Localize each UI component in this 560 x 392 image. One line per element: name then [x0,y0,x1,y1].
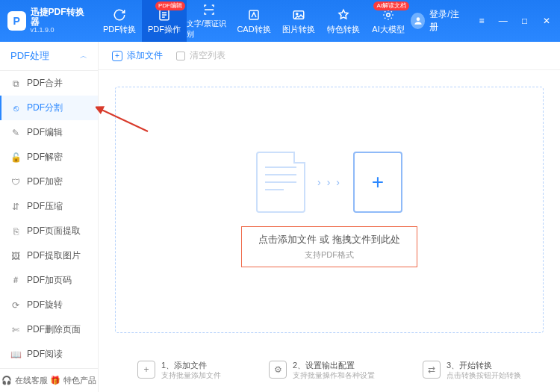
sidebar-item-label: PDF加页码 [27,274,72,287]
trash-icon [176,52,185,60]
content: › › › + 点击添加文件 或 拖拽文件到此处 支持PDF格式 [99,70,560,349]
tab-label: 图片转换 [282,24,315,35]
minimize-button[interactable]: — [494,13,512,29]
tab-image[interactable]: 图片转换 [276,0,321,42]
toolbar: + 添加文件 清空列表 [99,42,560,70]
lock-icon: 🛡 [10,177,21,187]
sidebar-footer: 🎧在线客服 🎁特色产品 [0,368,98,392]
body: PDF处理 ︿ ⧉PDF合并 ⎋PDF分割 ✎PDF编辑 🔓PDF解密 🛡PDF… [0,42,560,392]
step-sub: 支持批量添加文件 [161,370,221,380]
featured-link[interactable]: 🎁特色产品 [49,369,99,392]
sidebar-item-page-number[interactable]: ＃PDF加页码 [0,268,98,293]
chevron-up-icon: ︿ [80,51,87,61]
window-controls: 登录/注册 ≡ — □ ✕ [411,8,560,34]
sidebar-item-label: PDF删除页面 [27,323,81,336]
tab-label: PDF操作 [148,24,181,35]
sidebar: PDF处理 ︿ ⧉PDF合并 ⎋PDF分割 ✎PDF编辑 🔓PDF解密 🛡PDF… [0,42,99,392]
sidebar-item-rotate[interactable]: ⟳PDF旋转 [0,293,98,317]
tab-label: 文字/票证识别 [187,19,231,40]
app-version: v1.1.9.0 [31,27,90,34]
step-sub: 支持批量操作和各种设置 [293,370,375,380]
sidebar-item-split[interactable]: ⎋PDF分割 [0,96,98,120]
clear-list-button[interactable]: 清空列表 [176,49,225,62]
tab-badge: PDF编辑 [155,1,185,10]
add-file-button[interactable]: + 添加文件 [112,49,163,62]
tab-ocr[interactable]: 文字/票证识别 [187,0,231,42]
support-link[interactable]: 🎧在线客服 [0,369,49,392]
tab-label: 特色转换 [327,24,360,35]
tab-cad[interactable]: CAD转换 [231,0,276,42]
step-title: 2、设置输出配置 [293,360,375,370]
sidebar-items: ⧉PDF合并 ⎋PDF分割 ✎PDF编辑 🔓PDF解密 🛡PDF加密 ⇵PDF压… [0,71,98,368]
split-icon: ⎋ [10,103,21,113]
cad-icon [246,7,261,22]
sidebar-item-decrypt[interactable]: 🔓PDF解密 [0,145,98,169]
tab-badge: AI解读文档 [373,1,409,10]
rotate-icon: ⟳ [10,300,21,311]
sidebar-item-label: PDF分割 [27,102,63,114]
close-button[interactable]: ✕ [537,13,556,29]
steps-bar: + 1、添加文件支持批量添加文件 ⚙ 2、设置输出配置支持批量操作和各种设置 ⇄… [99,349,560,392]
image-icon [291,7,306,22]
sidebar-item-label: PDF解密 [27,151,63,164]
page-number-icon: ＃ [10,276,21,286]
sidebar-section-header[interactable]: PDF处理 ︿ [0,42,98,71]
dropzone-text: 点击添加文件 或 拖拽文件到此处 [258,233,399,246]
tab-special[interactable]: 特色转换 [321,0,366,42]
sidebar-item-delete-pages[interactable]: ✄PDF删除页面 [0,317,98,342]
sidebar-item-label: PDF旋转 [27,299,63,311]
star-icon [336,7,351,22]
sidebar-item-label: PDF页面提取 [27,225,81,237]
convert-step-icon: ⇄ [423,361,441,379]
sidebar-item-encrypt[interactable]: 🛡PDF加密 [0,169,98,194]
login-button[interactable]: 登录/注册 [411,8,464,34]
merge-icon: ⧉ [10,78,21,89]
app-title: 迅捷PDF转换器 [31,7,90,27]
sidebar-item-label: PDF合并 [27,77,63,90]
support-label: 在线客服 [15,375,48,386]
sidebar-item-extract-pages[interactable]: ⎘PDF页面提取 [0,219,98,243]
sidebar-item-edit[interactable]: ✎PDF编辑 [0,120,98,145]
tab-label: CAD转换 [237,24,270,35]
sidebar-item-read[interactable]: 📖PDF阅读 [0,342,98,367]
image-extract-icon: 🖼 [10,251,21,261]
dropzone-subtext: 支持PDF格式 [258,249,399,261]
dropzone-text-box: 点击添加文件 或 拖拽文件到此处 支持PDF格式 [241,226,417,267]
step-1: + 1、添加文件支持批量添加文件 [137,360,221,380]
svg-point-4 [387,13,391,16]
settings-step-icon: ⚙ [269,361,287,379]
sidebar-item-label: PDF加密 [27,175,63,188]
section-title: PDF处理 [10,49,49,63]
dropzone[interactable]: › › › + 点击添加文件 或 拖拽文件到此处 支持PDF格式 [115,87,544,333]
arrow-dots-icon: › › › [317,176,341,188]
document-icon [256,152,305,213]
tab-pdf-operate[interactable]: PDF编辑 PDF操作 [142,0,187,42]
plus-icon: + [112,51,122,61]
sidebar-item-compress[interactable]: ⇵PDF压缩 [0,194,98,219]
titlebar: P 迅捷PDF转换器 v1.1.9.0 PDF转换 PDF编辑 PDF操作 文字… [0,0,560,42]
sidebar-item-label: PDF阅读 [27,348,63,361]
refresh-icon [112,7,127,22]
maximize-button[interactable]: □ [515,13,534,29]
sidebar-item-label: PDF压缩 [27,200,63,213]
app-logo-icon: P [7,11,26,31]
sidebar-item-label: PDF编辑 [27,126,63,139]
add-document-icon: + [353,152,402,213]
sidebar-item-merge[interactable]: ⧉PDF合并 [0,71,98,96]
read-icon: 📖 [10,349,21,360]
logo-area: P 迅捷PDF转换器 v1.1.9.0 [0,7,97,34]
step-title: 3、开始转换 [447,360,521,370]
add-file-label: 添加文件 [127,49,163,62]
sidebar-item-extract-images[interactable]: 🖼PDF提取图片 [0,243,98,268]
menu-button[interactable]: ≡ [473,13,491,29]
delete-page-icon: ✄ [10,325,21,335]
tab-ai[interactable]: AI解读文档 AI大模型 [366,0,411,42]
tab-label: PDF转换 [103,24,136,35]
step-3: ⇄ 3、开始转换点击转换按钮开始转换 [423,360,521,380]
scan-icon [202,2,217,17]
headset-icon: 🎧 [1,376,12,385]
step-title: 1、添加文件 [161,360,221,370]
featured-label: 特色产品 [63,375,96,386]
tab-pdf-convert[interactable]: PDF转换 [97,0,142,42]
app-window: P 迅捷PDF转换器 v1.1.9.0 PDF转换 PDF编辑 PDF操作 文字… [0,0,560,392]
